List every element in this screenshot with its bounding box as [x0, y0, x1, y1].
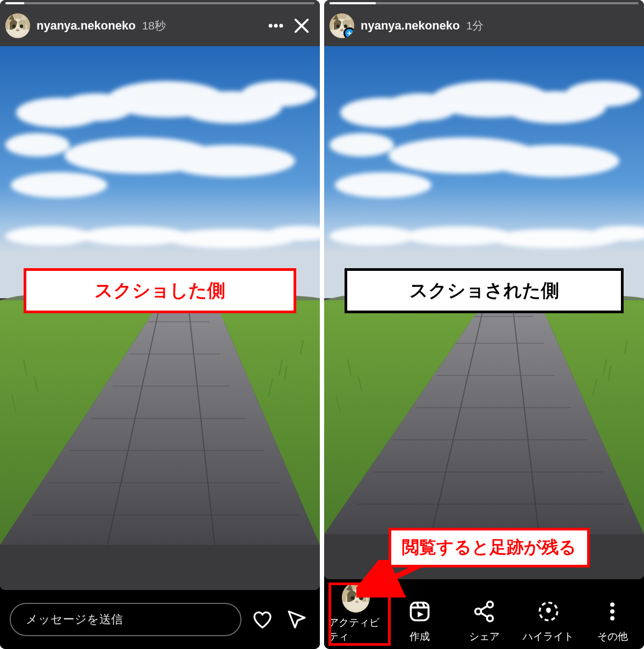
svg-point-55 — [475, 609, 481, 615]
story-reply-bar: メッセージを送信 — [0, 590, 320, 649]
svg-point-45 — [335, 172, 431, 198]
story-time-label: 1分 — [466, 18, 484, 33]
like-button[interactable] — [249, 606, 276, 633]
poster-username[interactable]: nyanya.nekoneko — [36, 19, 136, 33]
highlight-button[interactable]: ハイライト — [521, 598, 576, 644]
share-label: シェア — [469, 630, 500, 644]
highlight-icon — [535, 598, 562, 625]
svg-point-20 — [241, 81, 317, 107]
svg-point-56 — [487, 602, 493, 608]
svg-point-22 — [166, 145, 295, 177]
story-time-label: 18秒 — [142, 18, 166, 33]
add-story-badge[interactable]: ＋ — [343, 27, 354, 38]
share-button[interactable]: シェア — [457, 598, 511, 644]
create-label: 作成 — [409, 630, 430, 644]
poster-avatar[interactable]: ＋ — [330, 13, 354, 38]
story-progress-fill-right — [330, 2, 376, 4]
svg-rect-31 — [0, 545, 320, 590]
story-owner-screen: ＋ nyanya.nekoneko 1分 スクショされた側 閲覧すると足跡が残る… — [324, 0, 644, 649]
story-header-right: ＋ nyanya.nekoneko 1分 — [330, 9, 639, 43]
reels-icon — [406, 598, 434, 625]
create-button[interactable]: 作成 — [393, 598, 448, 644]
svg-point-46 — [330, 226, 415, 246]
more-label: その他 — [597, 630, 628, 644]
share-icon — [470, 598, 498, 625]
annotation-owner-side: スクショされた側 — [345, 268, 624, 313]
svg-point-39 — [330, 133, 394, 157]
story-reply-input[interactable]: メッセージを送信 — [10, 603, 241, 636]
send-button[interactable] — [283, 606, 310, 633]
story-progress-bar — [5, 2, 314, 4]
close-button[interactable] — [289, 13, 314, 39]
svg-point-42 — [566, 81, 641, 107]
svg-point-33 — [274, 24, 277, 27]
svg-point-32 — [269, 24, 272, 27]
story-header-left: nyanya.nekoneko 18秒 — [5, 9, 314, 43]
more-vertical-icon — [598, 598, 626, 625]
annotation-footprint: 閲覧すると足跡が残る — [389, 528, 590, 567]
svg-point-24 — [5, 226, 91, 246]
highlight-label: ハイライト — [523, 630, 574, 644]
story-progress-bar — [330, 2, 639, 4]
svg-point-44 — [491, 145, 619, 177]
poster-avatar[interactable] — [5, 13, 30, 38]
more-options-button[interactable] — [263, 13, 289, 39]
svg-point-23 — [11, 172, 107, 198]
more-button[interactable]: その他 — [585, 598, 640, 644]
reply-placeholder: メッセージを送信 — [26, 611, 123, 628]
svg-point-17 — [5, 133, 70, 157]
svg-rect-54 — [411, 603, 429, 621]
svg-point-57 — [487, 615, 493, 621]
svg-point-61 — [610, 616, 614, 621]
story-viewer-screen: nyanya.nekoneko 18秒 スクショした側 メッセージを送信 — [0, 0, 320, 649]
annotation-viewer-side: スクショした側 — [24, 268, 296, 313]
svg-point-59 — [610, 602, 614, 607]
svg-point-60 — [610, 609, 614, 614]
story-progress-fill-left — [5, 2, 24, 4]
svg-point-34 — [280, 24, 283, 27]
poster-username[interactable]: nyanya.nekoneko — [361, 19, 460, 33]
